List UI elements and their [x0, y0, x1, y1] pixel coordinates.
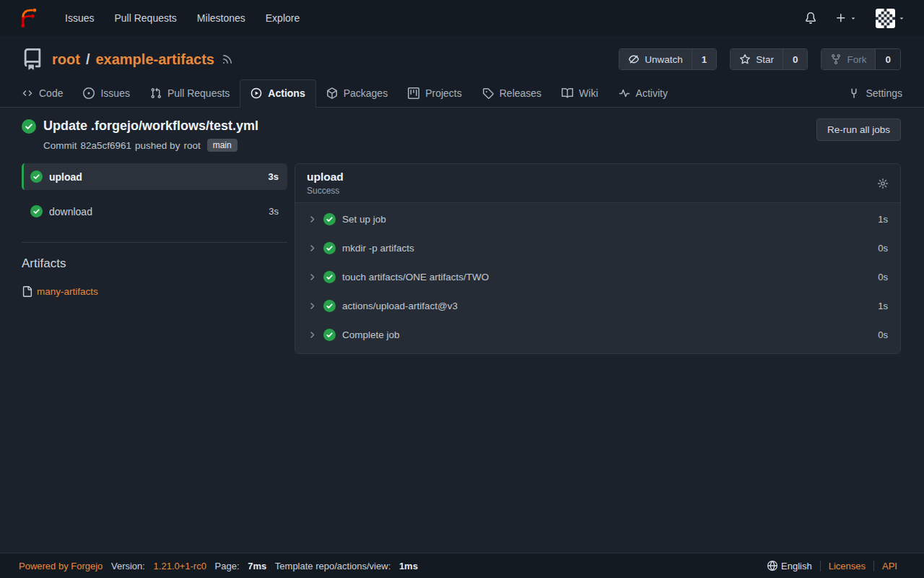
job-item-upload[interactable]: upload 3s	[22, 163, 287, 190]
step-name: Set up job	[342, 214, 386, 225]
tab-settings[interactable]: Settings	[838, 80, 912, 107]
rss-feed-button[interactable]	[222, 53, 233, 65]
step-duration: 0s	[878, 329, 888, 340]
watchers-count[interactable]: 1	[692, 49, 717, 69]
nav-link-pull-requests[interactable]: Pull Requests	[104, 6, 186, 30]
artifact-name: many-artifacts	[37, 286, 98, 297]
code-icon	[22, 87, 33, 99]
step-duration: 1s	[878, 301, 888, 311]
repo-name-link[interactable]: example-artifacts	[95, 51, 214, 68]
tab-label: Code	[39, 87, 63, 99]
book-icon	[562, 87, 573, 99]
tab-issues[interactable]: Issues	[73, 80, 139, 107]
success-check-icon	[22, 119, 36, 134]
tab-wiki[interactable]: Wiki	[552, 80, 608, 107]
tab-projects[interactable]: Projects	[398, 80, 472, 107]
file-icon	[22, 286, 32, 297]
fork-icon	[830, 53, 842, 65]
step-name: Complete job	[342, 329, 400, 340]
tab-label: Wiki	[579, 87, 598, 99]
page-time-label: Page:	[215, 561, 240, 571]
chevron-down-icon	[850, 14, 857, 22]
repo-owner-link[interactable]: root	[52, 51, 80, 68]
run-title: Update .forgejo/workflows/test.yml	[43, 118, 258, 134]
unwatch-button[interactable]: Unwatch 1	[619, 48, 717, 70]
powered-by-link[interactable]: Powered by Forgejo	[19, 561, 103, 571]
tools-icon	[848, 87, 860, 99]
job-steps-list: Set up job 1s mkdir -p artifacts 0s touc…	[295, 203, 900, 353]
star-icon	[739, 53, 751, 65]
step-row-upload-artifact[interactable]: actions/upload-artifact@v3 1s	[295, 291, 900, 320]
artifact-link-many-artifacts[interactable]: many-artifacts	[22, 286, 287, 297]
commit-sha-link[interactable]: 82a5cf6961	[81, 140, 132, 151]
tab-activity[interactable]: Activity	[609, 80, 678, 107]
step-duration: 1s	[878, 214, 888, 225]
language-selector[interactable]: English	[759, 561, 820, 571]
branch-badge[interactable]: main	[207, 139, 237, 152]
api-link[interactable]: API	[873, 561, 905, 571]
job-detail-header: upload Success	[295, 164, 900, 203]
success-check-icon	[30, 171, 43, 183]
repo-title-separator: /	[86, 51, 90, 68]
rss-icon	[222, 53, 233, 65]
star-label: Star	[756, 54, 774, 65]
star-button[interactable]: Star 0	[730, 48, 808, 70]
version-link[interactable]: 1.21.0+1-rc0	[154, 561, 206, 571]
success-check-icon	[323, 271, 336, 283]
project-board-icon	[408, 87, 419, 99]
user-menu-dropdown[interactable]	[868, 3, 912, 34]
licenses-link[interactable]: Licenses	[820, 561, 873, 571]
tab-label: Issues	[100, 87, 129, 99]
commit-summary: Commit 82a5cf6961 pushed by root main	[43, 139, 258, 152]
success-check-icon	[323, 300, 336, 312]
gear-icon	[877, 178, 889, 189]
package-icon	[326, 87, 338, 99]
nav-link-milestones[interactable]: Milestones	[187, 6, 256, 30]
fork-button[interactable]: Fork 0	[821, 48, 901, 70]
pushed-by-label: pushed by	[135, 140, 180, 151]
step-name: mkdir -p artifacts	[342, 243, 414, 254]
tab-label: Projects	[425, 87, 462, 99]
job-detail-panel: upload Success Set up job 1s mkdir -p	[295, 163, 901, 354]
play-circle-icon	[250, 87, 262, 99]
top-navbar: Issues Pull Requests Milestones Explore	[0, 0, 924, 36]
pusher-link[interactable]: root	[183, 140, 200, 151]
tab-releases[interactable]: Releases	[472, 80, 552, 107]
issue-opened-icon	[83, 87, 95, 99]
tab-label: Activity	[636, 87, 668, 99]
job-status: Success	[307, 186, 344, 196]
forgejo-logo-icon	[19, 7, 40, 29]
notifications-button[interactable]	[798, 7, 824, 30]
avatar	[876, 9, 895, 28]
nav-link-issues[interactable]: Issues	[55, 6, 104, 30]
repository-icon	[22, 48, 43, 70]
tab-pull-requests[interactable]: Pull Requests	[140, 80, 240, 107]
forgejo-logo[interactable]	[12, 4, 48, 32]
chevron-right-icon	[308, 330, 317, 340]
page-time-value: 7ms	[248, 561, 266, 571]
rerun-all-jobs-button[interactable]: Re-run all jobs	[816, 118, 901, 141]
tab-label: Actions	[268, 87, 305, 99]
success-check-icon	[323, 329, 336, 341]
step-row-complete-job[interactable]: Complete job 0s	[295, 320, 900, 349]
job-name: download	[49, 206, 92, 217]
create-new-dropdown[interactable]	[828, 7, 864, 30]
forks-count[interactable]: 0	[875, 49, 900, 69]
nav-link-explore[interactable]: Explore	[256, 6, 310, 30]
job-options-button[interactable]	[877, 178, 889, 189]
tab-actions[interactable]: Actions	[240, 79, 315, 108]
chevron-down-icon	[898, 14, 905, 22]
success-check-icon	[323, 213, 336, 225]
job-item-download[interactable]: download 3s	[22, 198, 287, 225]
step-duration: 0s	[878, 272, 888, 282]
step-row-mkdir[interactable]: mkdir -p artifacts 0s	[295, 233, 900, 262]
step-row-set-up-job[interactable]: Set up job 1s	[295, 204, 900, 233]
step-row-touch-artifacts[interactable]: touch artifacts/ONE artifacts/TWO 0s	[295, 262, 900, 291]
tab-packages[interactable]: Packages	[316, 80, 398, 107]
template-time-label: Template repo/actions/view:	[275, 561, 391, 571]
chevron-right-icon	[308, 272, 317, 282]
tab-code[interactable]: Code	[12, 80, 73, 107]
version-label: Version:	[111, 561, 145, 571]
bell-icon	[805, 12, 816, 24]
stars-count[interactable]: 0	[783, 49, 808, 69]
